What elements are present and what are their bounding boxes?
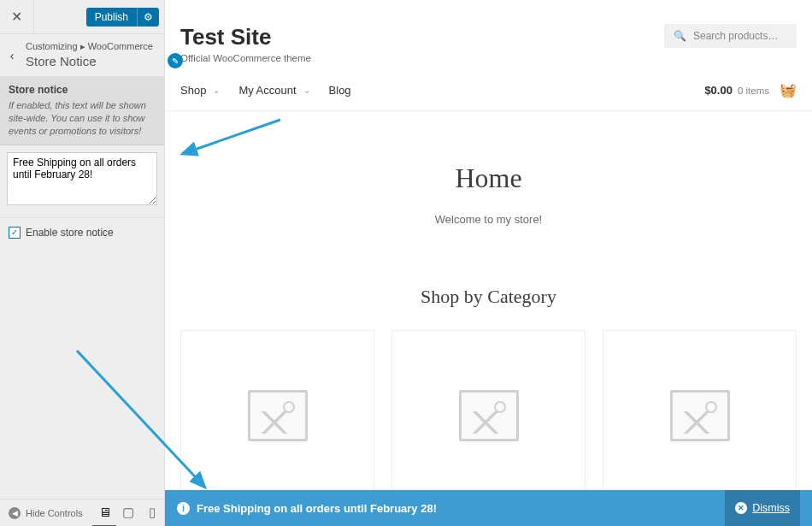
device-desktop-button[interactable]: 🖥 — [92, 499, 116, 527]
page-title: Store Notice — [26, 54, 153, 68]
site-tagline: Official WooCommerce theme — [180, 53, 311, 63]
cart-price: $0.00 — [704, 84, 733, 97]
category-card[interactable] — [180, 330, 374, 501]
breadcrumb-text: Customizing ▸ WooCommerce Store Notice — [24, 34, 160, 75]
sidebar-footer: ◀ Hide Controls 🖥 ▢ ▯ — [0, 499, 164, 526]
category-card[interactable] — [603, 330, 797, 501]
customizer-sidebar: ✕ Publish ⚙ ‹ Customizing ▸ WooCommerce … — [0, 0, 165, 526]
section-title: Store notice — [9, 84, 156, 96]
site-header: Test Site Official WooCommerce theme 🔍 S… — [165, 0, 812, 74]
tablet-icon: ▢ — [122, 505, 134, 520]
shop-by-category-heading: Shop by Category — [165, 286, 812, 308]
cart-item-count: 0 items — [738, 86, 769, 96]
collapse-icon: ◀ — [9, 507, 21, 519]
shop-by-category-section: Shop by Category — [165, 286, 812, 501]
pencil-icon: ✎ — [172, 56, 179, 66]
chevron-down-icon: ⌄ — [213, 86, 220, 95]
chevron-left-icon: ‹ — [10, 49, 15, 62]
breadcrumb-row: ‹ Customizing ▸ WooCommerce Store Notice — [0, 34, 164, 77]
dismiss-button[interactable]: ✕ Dismiss — [725, 490, 800, 526]
device-switcher: 🖥 ▢ ▯ — [92, 499, 164, 527]
home-heading: Home — [180, 163, 797, 194]
edit-shortcut-button[interactable]: ✎ — [168, 53, 183, 68]
hide-controls-button[interactable]: ◀ Hide Controls — [0, 507, 91, 519]
hide-controls-label: Hide Controls — [26, 508, 83, 518]
breadcrumb-trail: Customizing ▸ WooCommerce — [26, 41, 153, 52]
device-tablet-button[interactable]: ▢ — [116, 499, 140, 527]
image-placeholder-icon — [459, 390, 519, 441]
image-placeholder-icon — [670, 390, 730, 441]
nav-blog[interactable]: Blog — [329, 84, 351, 97]
dismiss-label: Dismiss — [752, 502, 790, 514]
primary-nav: Shop ⌄ My Account ⌄ Blog $0.00 0 items 🧺 — [165, 74, 812, 111]
section-help-text: If enabled, this text will be shown site… — [9, 99, 156, 138]
mobile-icon: ▯ — [149, 505, 156, 520]
site-title[interactable]: Test Site — [180, 24, 311, 50]
image-placeholder-icon — [248, 390, 308, 441]
search-icon: 🔍 — [674, 30, 686, 42]
search-placeholder: Search products… — [693, 30, 778, 42]
store-notice-text: Free Shipping on all orders until Februa… — [197, 502, 437, 515]
sidebar-top-bar: ✕ Publish ⚙ — [0, 0, 164, 34]
gear-icon: ⚙ — [144, 11, 153, 23]
category-grid — [165, 308, 812, 501]
category-card[interactable] — [391, 330, 585, 501]
device-mobile-button[interactable]: ▯ — [140, 499, 164, 527]
publish-button[interactable]: Publish — [86, 8, 137, 27]
section-header: Store notice If enabled, this text will … — [0, 77, 164, 145]
search-input[interactable]: 🔍 Search products… — [664, 24, 797, 48]
nav-shop[interactable]: Shop ⌄ — [180, 84, 220, 97]
store-notice-bar: i Free Shipping on all orders until Febr… — [165, 490, 812, 526]
enable-store-notice-checkbox[interactable]: ✓ — [9, 227, 21, 239]
preview-pane: Test Site Official WooCommerce theme 🔍 S… — [165, 0, 812, 526]
enable-store-notice-label: Enable store notice — [26, 227, 114, 239]
store-notice-textarea[interactable] — [7, 152, 157, 205]
cart-summary[interactable]: $0.00 0 items 🧺 — [704, 82, 797, 98]
enable-store-notice-row[interactable]: ✓ Enable store notice — [0, 217, 164, 247]
nav-shop-label: Shop — [180, 84, 206, 97]
close-icon: ✕ — [735, 502, 747, 514]
publish-settings-button[interactable]: ⚙ — [137, 8, 159, 27]
welcome-text: Welcome to my store! — [180, 213, 797, 226]
back-button[interactable]: ‹ — [0, 34, 24, 77]
publish-group: Publish ⚙ — [34, 8, 164, 27]
chevron-down-icon: ⌄ — [303, 86, 310, 95]
page-content: Home Welcome to my store! — [165, 111, 812, 234]
nav-account-label: My Account — [238, 84, 296, 97]
close-customizer-button[interactable]: ✕ — [0, 0, 34, 34]
desktop-icon: 🖥 — [98, 505, 111, 519]
info-icon: i — [177, 502, 190, 515]
basket-icon: 🧺 — [780, 82, 797, 98]
nav-blog-label: Blog — [329, 84, 351, 97]
nav-account[interactable]: My Account ⌄ — [238, 84, 309, 97]
